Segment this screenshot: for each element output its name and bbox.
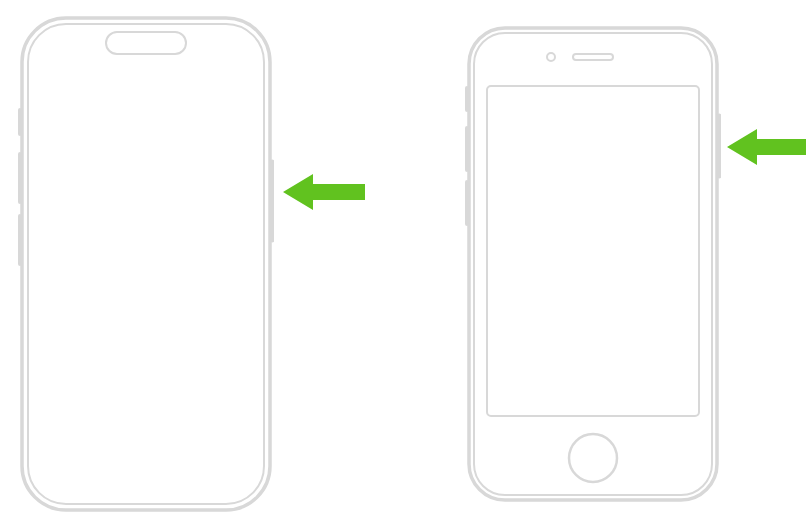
home-button — [569, 434, 617, 482]
side-button-arrow-home — [727, 125, 806, 169]
phone-screen-edge — [28, 24, 264, 504]
modern-iphone — [18, 14, 274, 514]
dynamic-island — [106, 32, 186, 54]
home-button-iphone — [465, 24, 721, 504]
arrow-left-icon — [727, 129, 806, 165]
arrow-left-icon — [283, 174, 365, 210]
phone-body — [22, 18, 270, 510]
phone-body — [469, 28, 717, 500]
side-button-arrow-modern — [283, 170, 373, 214]
front-camera — [547, 53, 555, 61]
earpiece — [573, 54, 613, 60]
phone-body-inner — [474, 33, 712, 495]
phone-screen — [487, 86, 699, 416]
